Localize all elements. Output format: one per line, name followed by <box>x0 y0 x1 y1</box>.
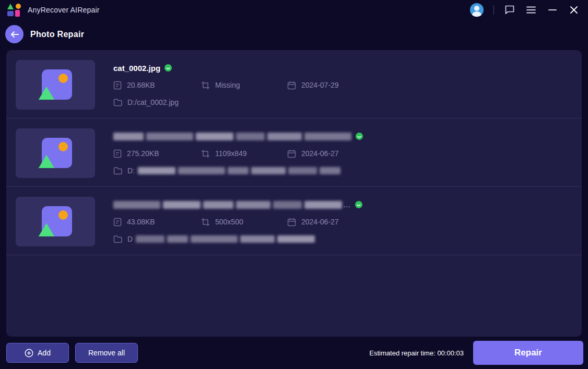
file-size-icon <box>113 149 122 158</box>
estimated-repair-time-value: 00:00:03 <box>437 349 464 357</box>
file-row-2[interactable]: 275.20KB 1109x849 2024 <box>6 118 582 187</box>
repair-button-label: Repair <box>514 348 542 358</box>
file-date: 2024-07-29 <box>301 81 339 89</box>
file-name-ellipsis: ... <box>344 201 351 209</box>
footer-bar: Add Remove all Estimated repair time: 00… <box>0 337 588 369</box>
file-size: 275.20KB <box>127 149 159 158</box>
file-dimensions: 1109x849 <box>215 149 246 158</box>
add-button-label: Add <box>38 349 51 357</box>
close-button[interactable] <box>568 4 580 16</box>
file-path-prefix: D <box>127 235 133 243</box>
remove-all-button-label: Remove all <box>88 349 125 357</box>
repair-button[interactable]: Repair <box>473 341 583 365</box>
menu-icon[interactable] <box>525 4 537 16</box>
file-size: 20.68KB <box>127 81 155 89</box>
back-button[interactable] <box>5 25 23 43</box>
file-name-redacted <box>113 201 342 209</box>
file-name: cat_0002.jpg <box>113 64 160 73</box>
titlebar: AnyRecover AIRepair <box>0 0 588 20</box>
calendar-icon <box>287 81 296 90</box>
file-path-redacted <box>136 235 315 243</box>
file-date: 2024-06-27 <box>301 149 339 158</box>
dimensions-icon <box>201 81 210 90</box>
file-row-3[interactable]: ... 43.08KB <box>6 187 582 255</box>
file-dimensions: 500x500 <box>215 218 243 226</box>
file-dimensions: Missing <box>215 81 240 89</box>
file-name-redacted <box>113 133 351 140</box>
folder-icon <box>113 167 122 175</box>
file-date: 2024-06-27 <box>301 218 339 226</box>
image-placeholder-icon <box>39 68 72 102</box>
user-avatar[interactable] <box>470 3 484 17</box>
file-path: D:/cat_0002.jpg <box>127 98 179 106</box>
app-logo-icon <box>7 4 21 17</box>
page-header: Photo Repair <box>0 20 588 50</box>
image-placeholder-icon <box>39 137 72 170</box>
remove-all-button[interactable]: Remove all <box>75 343 138 363</box>
file-thumbnail <box>16 60 95 110</box>
file-size-icon <box>113 218 122 227</box>
file-path-redacted <box>138 167 340 174</box>
image-placeholder-icon <box>39 205 72 239</box>
status-ok-icon <box>356 133 363 140</box>
dimensions-icon <box>201 149 210 158</box>
file-row-1[interactable]: cat_0002.jpg 20.68KB <box>6 50 582 118</box>
file-path-prefix: D: <box>127 166 135 175</box>
folder-icon <box>113 99 122 106</box>
estimated-repair-time: Estimated repair time: 00:00:03 <box>369 349 464 357</box>
status-ok-icon <box>164 64 172 72</box>
file-list-panel: cat_0002.jpg 20.68KB <box>6 50 582 337</box>
dimensions-icon <box>201 218 210 227</box>
folder-icon <box>113 235 122 243</box>
calendar-icon <box>287 218 296 227</box>
titlebar-divider <box>493 5 494 15</box>
file-thumbnail <box>16 128 95 178</box>
app-title: AnyRecover AIRepair <box>28 6 100 14</box>
file-size: 43.08KB <box>127 218 155 226</box>
add-button[interactable]: Add <box>6 343 69 363</box>
status-ok-icon <box>355 201 362 208</box>
add-icon <box>25 349 33 358</box>
calendar-icon <box>287 149 296 158</box>
minimize-button[interactable] <box>547 4 558 16</box>
file-thumbnail <box>16 197 95 246</box>
file-size-icon <box>113 81 122 90</box>
page-title: Photo Repair <box>30 30 84 39</box>
back-arrow-icon <box>10 31 19 38</box>
chat-icon[interactable] <box>504 4 515 16</box>
